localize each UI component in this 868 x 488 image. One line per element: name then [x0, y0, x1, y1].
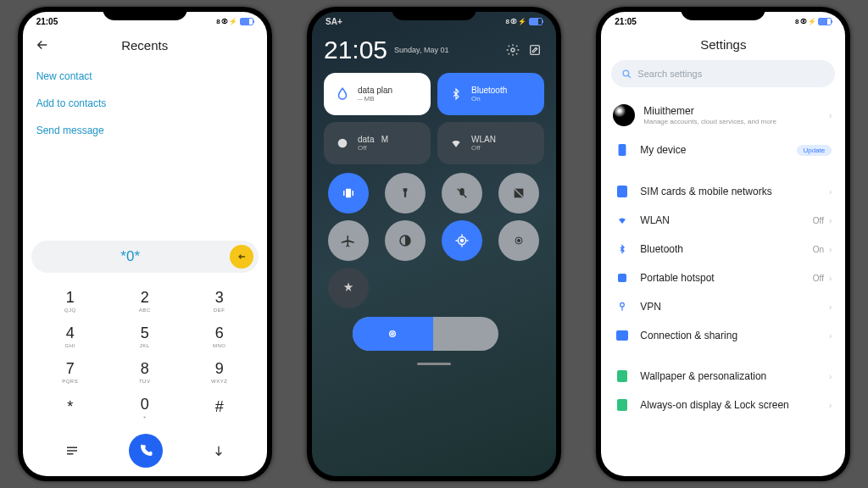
dial-key-6[interactable]: 6MNO [182, 319, 257, 354]
settings-row-wallpaper-personalization[interactable]: Wallpaper & personalization› [601, 362, 845, 391]
aod-icon [613, 399, 632, 411]
cc-screen: SA+ 8 ⦿ ⚡ 21:05 Sunday, May 01 data plan… [312, 12, 556, 476]
update-badge: Update [797, 145, 832, 156]
backspace-button[interactable] [230, 245, 253, 269]
dial-key-4[interactable]: 4GHI [33, 319, 108, 354]
toggle-auto[interactable] [328, 268, 369, 308]
dial-key-3[interactable]: 3DEF [182, 283, 257, 319]
toggle-eye[interactable] [498, 220, 539, 261]
phone-settings: 21:05 8 ⦿ ⚡ Settings Search settings Miu… [596, 7, 850, 481]
settings-row-connection-sharing[interactable]: Connection & sharing› [601, 321, 845, 350]
wifi-icon [613, 215, 632, 225]
cc-time: 21:05 [324, 36, 387, 64]
edit-icon[interactable] [526, 41, 544, 59]
settings-gear-icon[interactable] [504, 41, 522, 59]
chevron-right-icon: › [829, 401, 832, 410]
settings-row-wlan[interactable]: WLANOff› [601, 206, 845, 235]
svg-rect-19 [617, 399, 627, 411]
toggle-mute[interactable] [442, 173, 482, 214]
toggle-vib[interactable] [328, 173, 369, 214]
battery-icon [240, 18, 253, 25]
search-icon [621, 69, 632, 80]
svg-point-10 [390, 331, 396, 337]
toggle-contrast[interactable] [385, 220, 426, 261]
dialer-actions: New contact Add to contacts Send message [23, 59, 267, 151]
dial-key-2[interactable]: 2ABC [108, 283, 182, 319]
dial-key-1[interactable]: 1QJQ [33, 283, 108, 319]
status-carrier: SA+ [326, 17, 342, 26]
notch [681, 7, 765, 20]
send-message-link[interactable]: Send message [36, 117, 253, 144]
dial-key-#[interactable]: # [182, 390, 257, 425]
my-device-label: My device [640, 144, 796, 156]
menu-icon[interactable] [64, 443, 80, 458]
call-button[interactable] [129, 434, 163, 468]
settings-screen: 21:05 8 ⦿ ⚡ Settings Search settings Miu… [601, 12, 845, 476]
settings-row-vpn[interactable]: VPN› [601, 292, 845, 321]
notch [103, 7, 187, 20]
phone-dialer: 21:05 8 ⦿ ⚡ Recents New contact Add to c… [18, 7, 272, 481]
settings-title: Settings [601, 30, 845, 60]
dial-key-*[interactable]: * [33, 390, 108, 425]
account-name: Miuithemer [643, 105, 829, 117]
dial-entry: *0* [31, 241, 259, 273]
svg-point-11 [392, 333, 394, 336]
share-icon [613, 330, 632, 341]
cc-date: Sunday, May 01 [394, 46, 500, 54]
battery-icon [818, 18, 832, 25]
dial-key-7[interactable]: 7PQRS [33, 354, 108, 390]
dial-key-5[interactable]: 5JKL [108, 319, 182, 354]
chevron-right-icon: › [829, 187, 832, 197]
toggle-dark[interactable] [498, 173, 539, 214]
chevron-right-icon: › [829, 245, 832, 254]
wall-icon [613, 370, 632, 382]
toggle-plane[interactable] [328, 220, 369, 261]
svg-rect-17 [616, 330, 628, 341]
dial-key-8[interactable]: 8TUV [108, 354, 182, 390]
toggle-torch[interactable] [385, 173, 426, 214]
settings-row-bluetooth[interactable]: BluetoothOn› [601, 235, 845, 263]
chevron-right-icon: › [829, 331, 832, 341]
svg-rect-3 [346, 189, 351, 198]
settings-row-sim-cards-mobile-networks[interactable]: SIM cards & mobile networks› [601, 177, 845, 206]
cc-clock-row: 21:05 Sunday, May 01 [324, 36, 544, 64]
globe-icon [334, 135, 351, 152]
vpn-icon [613, 301, 632, 313]
settings-row-portable-hotspot[interactable]: Portable hotspotOff› [601, 263, 845, 292]
status-time: 21:05 [615, 17, 637, 26]
my-device-row[interactable]: My device Update [601, 135, 845, 165]
status-icons: 8 ⦿ ⚡ [795, 18, 832, 25]
search-settings[interactable]: Search settings [611, 60, 835, 87]
account-row[interactable]: Miuithemer Manage accounts, cloud servic… [601, 96, 845, 135]
phone-control-center: SA+ 8 ⦿ ⚡ 21:05 Sunday, May 01 data plan… [307, 7, 561, 481]
svg-rect-18 [617, 370, 627, 382]
phone-icon [613, 143, 632, 157]
add-to-contacts-link[interactable]: Add to contacts [36, 90, 253, 117]
svg-rect-1 [531, 46, 540, 55]
tile-data[interactable]: data MOff [324, 122, 431, 164]
svg-point-7 [461, 240, 464, 242]
svg-point-0 [511, 48, 515, 52]
svg-rect-13 [619, 144, 626, 156]
toggle-loc[interactable] [442, 220, 482, 261]
status-time: 21:05 [36, 17, 58, 26]
dialer-screen: 21:05 8 ⦿ ⚡ Recents New contact Add to c… [23, 12, 267, 476]
wifi-icon [448, 135, 465, 152]
svg-rect-15 [618, 274, 626, 282]
tile-data-plan[interactable]: data plan-- MB [324, 73, 431, 115]
new-contact-link[interactable]: New contact [36, 63, 253, 90]
hotspot-icon [613, 272, 632, 284]
collapse-icon[interactable] [212, 444, 225, 458]
dialed-number: *0* [31, 248, 230, 265]
bt-icon [613, 243, 632, 255]
tile-wlan[interactable]: WLANOff [437, 122, 544, 164]
sim-icon [613, 186, 632, 197]
tile-bluetooth[interactable]: BluetoothOn [437, 73, 544, 115]
dial-key-9[interactable]: 9WXYZ [182, 354, 257, 390]
drag-handle[interactable] [417, 363, 451, 365]
settings-row-always-on-display-lock-screen[interactable]: Always-on display & Lock screen› [601, 391, 845, 419]
chevron-right-icon: › [829, 216, 832, 225]
brightness-slider[interactable] [353, 317, 498, 351]
search-placeholder: Search settings [637, 69, 702, 79]
dial-key-0[interactable]: 0+ [108, 390, 182, 425]
